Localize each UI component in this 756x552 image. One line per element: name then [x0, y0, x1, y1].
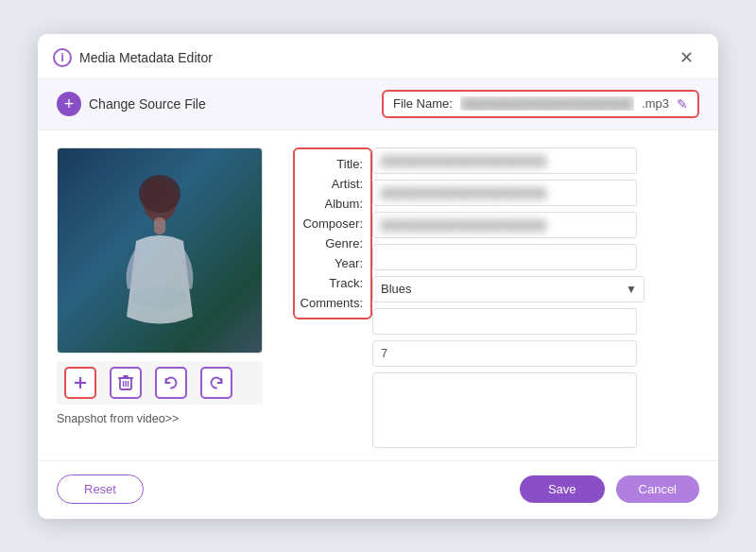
trash-icon — [118, 374, 133, 391]
footer-right-buttons: Save Cancel — [520, 475, 699, 503]
redo-button[interactable] — [200, 367, 232, 399]
year-row: Year: — [295, 256, 370, 270]
main-content: Snapshot from video>> Title: Artist: Alb… — [38, 130, 718, 460]
track-input[interactable] — [372, 340, 637, 367]
change-source-button[interactable]: + Change Source File — [57, 92, 206, 116]
dialog-window: i Media Metadata Editor ✕ + Change Sourc… — [38, 34, 718, 519]
close-button[interactable]: ✕ — [674, 47, 699, 68]
svg-point-4 — [131, 286, 188, 309]
svg-rect-3 — [154, 217, 165, 234]
change-source-label: Change Source File — [89, 96, 206, 112]
footer: Reset Save Cancel — [38, 460, 718, 519]
year-label: Year: — [295, 256, 370, 270]
comments-input[interactable] — [372, 372, 637, 448]
title-row: Title: — [295, 157, 370, 171]
add-image-button[interactable] — [64, 367, 96, 399]
comments-label: Comments: — [295, 296, 370, 310]
file-name-box: File Name: ████████████████████ .mp3 ✎ — [382, 90, 699, 118]
cancel-button[interactable]: Cancel — [616, 475, 699, 503]
edit-icon[interactable]: ✎ — [677, 96, 688, 112]
reset-button[interactable]: Reset — [57, 474, 144, 504]
undo-button[interactable] — [155, 367, 187, 399]
svg-point-2 — [139, 175, 180, 213]
cover-art-svg — [103, 165, 216, 336]
delete-image-button[interactable] — [110, 367, 142, 399]
cover-art-image — [57, 147, 263, 354]
composer-row: Composer: — [295, 216, 370, 231]
album-row: Album: — [295, 197, 370, 211]
undo-icon — [163, 374, 180, 391]
window-title: Media Metadata Editor — [79, 50, 213, 65]
composer-label: Composer: — [295, 216, 370, 231]
genre-select[interactable]: Blues Rock Pop Jazz Classical Hip-Hop Co… — [372, 276, 644, 302]
file-name-value: ████████████████████ — [460, 96, 634, 111]
track-label: Track: — [295, 276, 370, 290]
left-panel: Snapshot from video>> — [57, 147, 274, 451]
title-bar-left: i Media Metadata Editor — [53, 48, 213, 67]
genre-row: Genre: — [295, 236, 370, 250]
composer-input[interactable] — [372, 244, 637, 270]
snapshot-link[interactable]: Snapshot from video>> — [57, 412, 179, 425]
redo-icon — [208, 374, 225, 391]
comments-row: Comments: — [295, 296, 370, 310]
file-name-ext: .mp3 — [642, 96, 669, 111]
artist-row: Artist: — [295, 177, 370, 191]
genre-label: Genre: — [295, 236, 370, 250]
save-button[interactable]: Save — [520, 475, 605, 503]
info-icon: i — [53, 48, 72, 67]
track-row: Track: — [295, 276, 370, 290]
file-name-label: File Name: — [393, 96, 453, 111]
add-image-icon — [72, 374, 89, 391]
artist-label: Artist: — [295, 177, 370, 191]
image-controls — [57, 361, 263, 405]
title-bar: i Media Metadata Editor ✕ — [38, 34, 718, 78]
right-panel: Title: Artist: Album: Composer: Genre: — [293, 147, 699, 451]
fields-label-box: Title: Artist: Album: Composer: Genre: — [293, 147, 372, 319]
year-input[interactable] — [372, 308, 637, 335]
toolbar: + Change Source File File Name: ████████… — [38, 78, 718, 130]
plus-icon: + — [57, 92, 81, 116]
title-label: Title: — [295, 157, 370, 171]
album-label: Album: — [295, 197, 370, 211]
